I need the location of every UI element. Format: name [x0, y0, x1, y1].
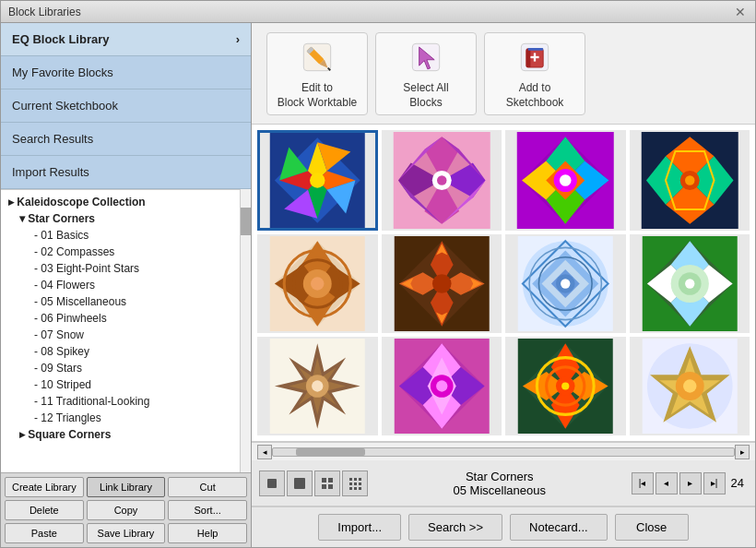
tree-container: ▸ Kaleidoscope Collection ▾ Star Corners… [1, 189, 251, 472]
window-title: Block Libraries [8, 6, 81, 18]
svg-point-74 [431, 274, 451, 293]
close-button[interactable]: Close [615, 514, 689, 541]
nav-eq-block-library[interactable]: EQ Block Library › [1, 23, 251, 56]
tree-item[interactable]: - 08 Spikey [1, 343, 240, 360]
block-cell-7[interactable] [630, 234, 750, 333]
size-large-button[interactable] [314, 471, 340, 496]
cursor-icon [404, 37, 448, 77]
tree-item[interactable]: ▸ Kaleidoscope Collection [1, 194, 240, 210]
nav-search-results[interactable]: Search Results [1, 123, 251, 156]
size-small-button[interactable] [259, 471, 285, 496]
left-panel: EQ Block Library › My Favorite Blocks Cu… [1, 23, 252, 547]
tree-item[interactable]: - 05 Miscellaneous [1, 293, 240, 310]
svg-rect-138 [359, 487, 361, 490]
sort-button[interactable]: Sort... [168, 500, 247, 520]
nav-import-results[interactable]: Import Results [1, 156, 251, 189]
first-page-button[interactable]: |◂ [632, 472, 654, 494]
size-xlarge-button[interactable] [342, 471, 368, 496]
edit-to-block-worktable-label: Edit to Block Worktable [278, 81, 357, 110]
tree-item[interactable]: - 04 Flowers [1, 277, 240, 293]
nav-my-favorite-blocks[interactable]: My Favorite Blocks [1, 56, 251, 89]
page-number: 24 [727, 476, 748, 490]
svg-point-123 [683, 379, 696, 392]
svg-rect-137 [354, 487, 357, 490]
block-cell-8[interactable] [257, 337, 378, 435]
block-cell-5[interactable] [382, 234, 502, 333]
block-cell-9[interactable] [382, 337, 502, 435]
size-buttons [259, 471, 368, 496]
copy-button[interactable]: Copy [87, 500, 166, 520]
search-button[interactable]: Search >> [408, 514, 502, 541]
add-to-sketchbook-label: Add to Sketchbook [506, 81, 564, 110]
grid-scrollbar[interactable]: ◂ ▸ [252, 442, 755, 460]
svg-point-84 [561, 279, 570, 288]
scroll-right-button[interactable]: ▸ [735, 445, 750, 459]
svg-rect-136 [349, 487, 352, 490]
select-all-blocks-label: Select All Blocks [403, 81, 448, 110]
tree-item[interactable]: - 01 Basics [1, 227, 240, 244]
block-cell-2[interactable] [505, 130, 626, 231]
save-library-button[interactable]: Save Library [87, 523, 166, 543]
svg-point-93 [685, 279, 694, 288]
block-grid-area [252, 125, 755, 442]
left-buttons: Create Library Link Library Cut Delete C… [1, 472, 251, 547]
create-library-button[interactable]: Create Library [5, 477, 84, 497]
title-bar: Block Libraries ✕ [1, 1, 755, 23]
select-all-blocks-button[interactable]: Select All Blocks [375, 32, 477, 115]
scrollbar-thumb [296, 448, 365, 456]
main-window: Block Libraries ✕ EQ Block Library › My … [0, 0, 756, 548]
prev-page-button[interactable]: ◂ [656, 472, 678, 494]
add-to-sketchbook-button[interactable]: Add to Sketchbook [484, 32, 585, 115]
main-content: EQ Block Library › My Favorite Blocks Cu… [1, 23, 755, 547]
delete-button[interactable]: Delete [5, 500, 84, 520]
tree-item[interactable]: - 02 Compasses [1, 244, 240, 260]
block-cell-10[interactable] [505, 337, 626, 435]
block-cell-0[interactable] [257, 130, 378, 231]
tree-item[interactable]: - 03 Eight-Point Stars [1, 260, 240, 277]
svg-rect-132 [359, 478, 361, 481]
tree-area[interactable]: ▸ Kaleidoscope Collection ▾ Star Corners… [1, 189, 240, 472]
block-cell-11[interactable] [630, 337, 750, 435]
link-library-button[interactable]: Link Library [87, 477, 166, 497]
block-cell-6[interactable] [505, 234, 626, 333]
notecard-button[interactable]: Notecard... [510, 514, 608, 541]
svg-rect-127 [328, 478, 333, 482]
tree-item[interactable]: ▸ Square Corners [1, 426, 240, 443]
tree-item[interactable]: - 11 Traditional-Looking [1, 393, 240, 410]
right-panel: Edit to Block Worktable Select All Block… [252, 23, 755, 547]
size-medium-button[interactable] [287, 471, 313, 496]
nav-current-sketchbook[interactable]: Current Sketchbook [1, 89, 251, 123]
svg-rect-133 [349, 482, 352, 485]
toolbar: Edit to Block Worktable Select All Block… [252, 23, 755, 125]
scroll-left-button[interactable]: ◂ [257, 445, 272, 459]
tree-item[interactable]: ▾ Star Corners [1, 210, 240, 227]
block-cell-4[interactable] [257, 234, 378, 333]
nav-bar: Star Corners 05 Miscellaneous |◂ ◂ ▸ ▸| … [252, 460, 755, 506]
tree-scrollbar[interactable] [240, 189, 251, 472]
svg-rect-129 [328, 484, 333, 489]
scrollbar-track[interactable] [272, 447, 735, 457]
tree-item[interactable]: - 07 Snow [1, 327, 240, 343]
svg-point-44 [560, 174, 572, 186]
help-button[interactable]: Help [168, 523, 247, 543]
tree-item[interactable]: - 10 Striped [1, 376, 240, 393]
block-cell-3[interactable] [630, 130, 750, 231]
svg-point-117 [561, 382, 569, 389]
tree-item[interactable]: - 12 Triangles [1, 410, 240, 426]
block-category: Star Corners [454, 470, 546, 483]
block-cell-1[interactable] [382, 130, 502, 231]
svg-rect-10 [528, 48, 544, 51]
cut-button[interactable]: Cut [168, 477, 247, 497]
last-page-button[interactable]: ▸| [703, 472, 726, 494]
import-button[interactable]: Import... [318, 514, 401, 541]
next-page-button[interactable]: ▸ [679, 472, 702, 494]
edit-to-block-worktable-button[interactable]: Edit to Block Worktable [266, 32, 368, 115]
bottom-bar: Import... Search >> Notecard... Close [252, 506, 755, 547]
tree-item[interactable]: - 06 Pinwheels [1, 310, 240, 327]
svg-point-107 [436, 380, 447, 391]
close-window-button[interactable]: ✕ [733, 5, 748, 19]
tree-item[interactable]: - 09 Stars [1, 360, 240, 376]
svg-rect-131 [354, 478, 357, 481]
svg-rect-124 [267, 479, 277, 488]
paste-button[interactable]: Paste [5, 523, 84, 543]
